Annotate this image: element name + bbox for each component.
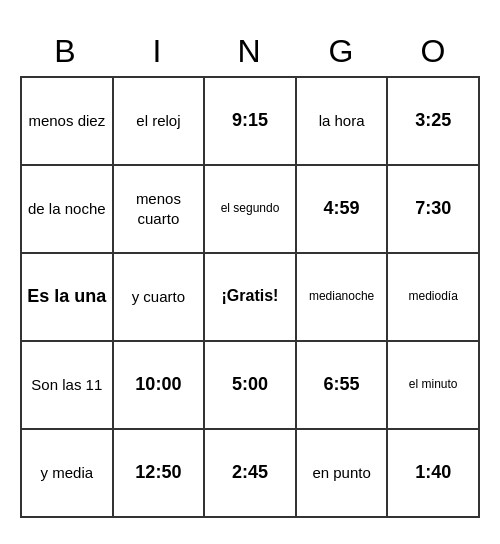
header-letter: I xyxy=(112,27,204,76)
bingo-cell-23: en punto xyxy=(297,430,389,518)
header-letter: O xyxy=(388,27,480,76)
bingo-cell-22: 2:45 xyxy=(205,430,297,518)
bingo-cell-17: 5:00 xyxy=(205,342,297,430)
bingo-cell-10: Es la una xyxy=(22,254,114,342)
bingo-card: BINGO menos diezel reloj9:15la hora3:25d… xyxy=(20,27,480,518)
bingo-cell-13: medianoche xyxy=(297,254,389,342)
bingo-cell-9: 7:30 xyxy=(388,166,480,254)
bingo-cell-20: y media xyxy=(22,430,114,518)
bingo-cell-11: y cuarto xyxy=(114,254,206,342)
bingo-cell-7: el segundo xyxy=(205,166,297,254)
bingo-cell-12: ¡Gratis! xyxy=(205,254,297,342)
bingo-cell-15: Son las 11 xyxy=(22,342,114,430)
header-letter: N xyxy=(204,27,296,76)
bingo-cell-5: de la noche xyxy=(22,166,114,254)
bingo-cell-0: menos diez xyxy=(22,78,114,166)
bingo-cell-3: la hora xyxy=(297,78,389,166)
header-letter: B xyxy=(20,27,112,76)
bingo-cell-16: 10:00 xyxy=(114,342,206,430)
bingo-cell-24: 1:40 xyxy=(388,430,480,518)
bingo-grid: menos diezel reloj9:15la hora3:25de la n… xyxy=(20,76,480,518)
bingo-cell-4: 3:25 xyxy=(388,78,480,166)
bingo-cell-19: el minuto xyxy=(388,342,480,430)
bingo-cell-8: 4:59 xyxy=(297,166,389,254)
bingo-cell-18: 6:55 xyxy=(297,342,389,430)
bingo-cell-1: el reloj xyxy=(114,78,206,166)
bingo-cell-14: mediodía xyxy=(388,254,480,342)
header-letter: G xyxy=(296,27,388,76)
bingo-cell-21: 12:50 xyxy=(114,430,206,518)
bingo-cell-6: menos cuarto xyxy=(114,166,206,254)
bingo-header: BINGO xyxy=(20,27,480,76)
bingo-cell-2: 9:15 xyxy=(205,78,297,166)
